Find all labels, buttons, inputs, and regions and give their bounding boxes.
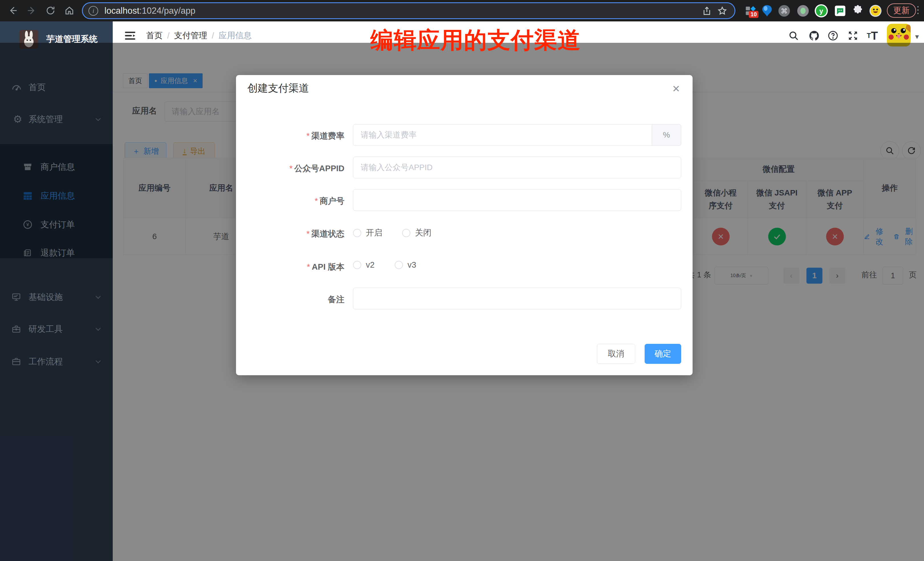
breadcrumb-current: 应用信息	[219, 30, 252, 41]
appid-label: *公众号APPID	[242, 163, 344, 174]
help-icon[interactable]	[825, 28, 840, 43]
extension-emoji-icon[interactable]	[868, 3, 883, 18]
status-on-radio[interactable]: 开启	[353, 227, 382, 238]
create-channel-dialog: 创建支付渠道 ✕ *渠道费率 % *公众号APPID *商户号 *渠道状态 开启…	[236, 75, 693, 375]
confirm-button[interactable]: 确定	[645, 344, 681, 364]
page: i localhost:1024/pay/app 10 ⌘ y	[0, 0, 924, 561]
merchant-label: *商户号	[242, 195, 344, 207]
radio-circle-icon	[353, 229, 361, 237]
sidebar-toggle-icon[interactable]	[123, 29, 137, 42]
browser-home-icon[interactable]	[63, 4, 76, 17]
extension-y-icon[interactable]: y	[814, 3, 829, 18]
dialog-title: 创建支付渠道	[248, 81, 309, 95]
cancel-button[interactable]: 取消	[597, 344, 635, 364]
api-v3-radio[interactable]: v3	[394, 260, 416, 270]
app-viewport: 芋道管理系统 首页 ⚙ 系统管理 ¥ 支付管理	[0, 21, 924, 561]
radio-circle-icon	[402, 229, 410, 237]
extension-badge: 10	[749, 11, 759, 18]
extension-command-icon[interactable]: ⌘	[777, 3, 792, 18]
font-size-icon[interactable]: TT	[865, 28, 880, 43]
extension-tabs-icon[interactable]: 10	[743, 3, 758, 18]
browser-forward-icon[interactable]	[25, 4, 38, 17]
breadcrumb-separator: /	[167, 31, 170, 40]
fullscreen-icon[interactable]	[846, 28, 860, 43]
annotation-text: 编辑应用的支付渠道	[370, 25, 581, 56]
appid-input[interactable]	[353, 157, 681, 178]
status-off-radio[interactable]: 关闭	[402, 227, 432, 238]
rate-percent-append: %	[652, 124, 681, 146]
extension-chat-icon[interactable]	[832, 3, 848, 18]
svg-text:y: y	[819, 7, 823, 15]
remark-input[interactable]	[353, 288, 681, 309]
share-icon[interactable]	[700, 4, 713, 17]
radio-circle-icon	[394, 261, 403, 269]
url-text: localhost:1024/pay/app	[105, 6, 195, 16]
extension-puzzle-icon[interactable]	[850, 3, 865, 18]
url-bar[interactable]: i localhost:1024/pay/app	[82, 2, 735, 19]
remark-label: 备注	[242, 294, 344, 305]
github-icon[interactable]	[807, 28, 822, 43]
dialog-footer: 取消 确定	[236, 340, 693, 375]
close-icon[interactable]: ✕	[672, 83, 680, 94]
browser-update-button[interactable]: 更新	[887, 3, 916, 18]
bookmark-star-icon[interactable]	[716, 4, 729, 17]
rate-label: *渠道费率	[242, 130, 344, 142]
rate-input[interactable]	[353, 124, 652, 146]
merchant-input[interactable]	[353, 189, 681, 211]
browser-reload-icon[interactable]	[44, 4, 57, 17]
browser-back-icon[interactable]	[6, 4, 20, 17]
extension-dot-icon[interactable]	[796, 3, 810, 18]
header-search-icon[interactable]	[786, 28, 801, 43]
api-v2-radio[interactable]: v2	[353, 260, 375, 270]
browser-chrome: i localhost:1024/pay/app 10 ⌘ y	[0, 0, 924, 21]
svg-text:⌘: ⌘	[781, 7, 788, 15]
status-label: *渠道状态	[242, 228, 344, 240]
site-info-icon[interactable]: i	[88, 6, 98, 16]
breadcrumb-parent[interactable]: 支付管理	[174, 30, 207, 41]
breadcrumb-home[interactable]: 首页	[146, 30, 163, 41]
browser-menu-icon[interactable]: ⋮	[913, 4, 923, 15]
breadcrumb-separator: /	[212, 31, 214, 40]
radio-circle-icon	[353, 261, 361, 269]
api-version-label: *API 版本	[242, 261, 344, 273]
avatar-caret-icon[interactable]: ▾	[915, 32, 919, 41]
extension-balloon-icon[interactable]	[760, 3, 774, 18]
